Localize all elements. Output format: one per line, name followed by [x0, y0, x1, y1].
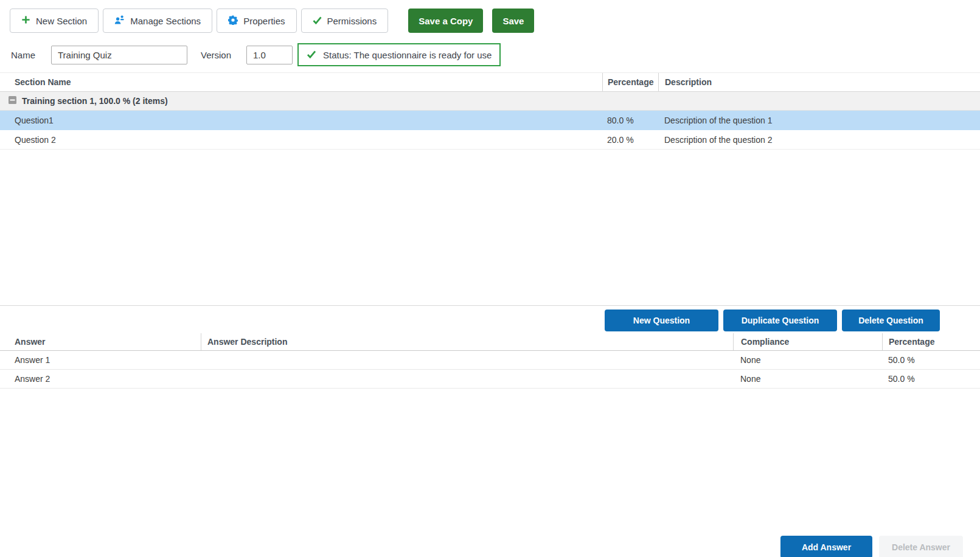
name-label: Name: [11, 50, 51, 60]
question-percentage: 80.0 %: [602, 111, 658, 130]
plus-icon: [21, 15, 30, 26]
question-actions: New Question Duplicate Question Delete Q…: [0, 306, 980, 331]
question-description: Description of the question 1: [658, 111, 980, 130]
answer-description: [201, 370, 733, 388]
section-group-label: Training section 1, 100.0 % (2 items): [22, 96, 168, 106]
section-table-header: Section Name Percentage Description: [0, 72, 980, 92]
column-answer-description[interactable]: Answer Description: [201, 333, 733, 350]
column-description[interactable]: Description: [658, 73, 980, 91]
question-row[interactable]: Question 2 20.0 % Description of the que…: [0, 130, 980, 150]
delete-question-button[interactable]: Delete Question: [842, 310, 940, 331]
save-a-copy-button[interactable]: Save a Copy: [408, 9, 483, 33]
check-icon: [313, 16, 322, 26]
add-answer-button[interactable]: Add Answer: [780, 536, 872, 557]
name-input[interactable]: [51, 46, 187, 64]
answer-row[interactable]: Answer 2 None 50.0 %: [0, 370, 980, 389]
save-button[interactable]: Save: [492, 9, 534, 33]
section-table-empty-area: [0, 150, 980, 305]
properties-label: Properties: [243, 16, 285, 26]
manage-sections-button[interactable]: Manage Sections: [103, 9, 212, 33]
delete-answer-button: Delete Answer: [879, 536, 963, 557]
toolbar: New Section Manage Sections Properties P…: [0, 0, 980, 33]
answer-percentage: 50.0 %: [882, 370, 980, 388]
duplicate-question-button[interactable]: Duplicate Question: [723, 310, 837, 331]
version-label: Version: [201, 50, 246, 60]
new-section-label: New Section: [36, 16, 87, 26]
question-description: Description of the question 2: [658, 130, 980, 149]
answer-name: Answer 2: [0, 370, 201, 388]
question-percentage: 20.0 %: [602, 130, 658, 149]
answer-table-header: Answer Answer Description Compliance Per…: [0, 333, 980, 351]
permissions-label: Permissions: [327, 16, 377, 26]
column-answer-percentage[interactable]: Percentage: [882, 333, 980, 350]
section-group-row[interactable]: Training section 1, 100.0 % (2 items): [0, 92, 980, 111]
column-compliance[interactable]: Compliance: [733, 333, 882, 350]
status-badge: Status: The questionnaire is ready for u…: [297, 43, 501, 66]
answer-row[interactable]: Answer 1 None 50.0 %: [0, 351, 980, 370]
properties-button[interactable]: Properties: [217, 9, 296, 33]
question-name: Question 2: [0, 130, 602, 149]
column-section-name[interactable]: Section Name: [0, 73, 602, 91]
permissions-button[interactable]: Permissions: [301, 9, 389, 33]
column-percentage[interactable]: Percentage: [602, 73, 658, 91]
question-name: Question1: [0, 111, 602, 130]
new-section-button[interactable]: New Section: [10, 9, 99, 33]
answer-compliance: None: [733, 370, 882, 388]
new-question-button[interactable]: New Question: [605, 310, 718, 331]
answer-name: Answer 1: [0, 351, 201, 369]
gear-icon: [228, 15, 238, 27]
answer-actions: Add Answer Delete Answer: [0, 536, 980, 557]
version-input[interactable]: [246, 46, 293, 64]
people-icon: [114, 15, 125, 27]
status-check-icon: [307, 50, 316, 60]
status-text: Status: The questionnaire is ready for u…: [323, 50, 492, 60]
answer-percentage: 50.0 %: [882, 351, 980, 369]
answer-compliance: None: [733, 351, 882, 369]
collapse-icon[interactable]: [9, 96, 16, 106]
answer-table: Answer Answer Description Compliance Per…: [0, 333, 980, 389]
quiz-meta-form: Name Version Status: The questionnaire i…: [0, 33, 980, 72]
question-row[interactable]: Question1 80.0 % Description of the ques…: [0, 111, 980, 130]
column-answer[interactable]: Answer: [0, 333, 201, 350]
manage-sections-label: Manage Sections: [130, 16, 201, 26]
section-table: Section Name Percentage Description Trai…: [0, 72, 980, 150]
answer-description: [201, 351, 733, 369]
answer-table-empty-area: [0, 389, 980, 536]
